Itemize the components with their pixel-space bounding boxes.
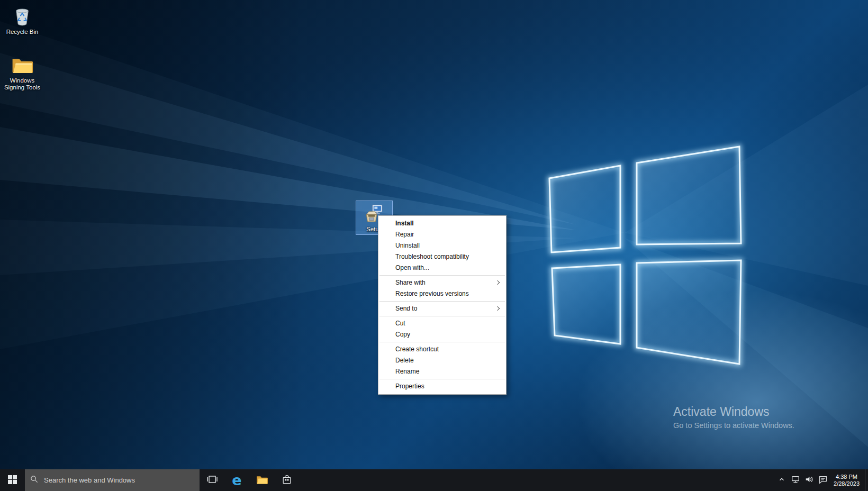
action-center-icon bbox=[818, 475, 828, 486]
menu-item-label: Restore previous versions bbox=[395, 290, 469, 297]
desktop[interactable]: Recycle Bin Windows Signing Tools bbox=[0, 0, 868, 469]
file-explorer-icon bbox=[256, 475, 268, 486]
taskbar-clock[interactable]: 4:38 PM 2/28/2023 bbox=[830, 474, 865, 487]
windows-logo-icon bbox=[8, 475, 17, 486]
menu-item-label: Share with bbox=[395, 279, 426, 286]
menu-item-troubleshoot-compatibility[interactable]: Troubleshoot compatibility bbox=[378, 251, 506, 262]
edge-icon: e bbox=[232, 473, 241, 487]
menu-item-delete[interactable]: Delete bbox=[378, 355, 506, 366]
start-button[interactable] bbox=[0, 469, 25, 491]
recycle-bin-icon bbox=[11, 5, 33, 28]
icon-label: Windows Signing Tools bbox=[3, 77, 42, 91]
chevron-right-icon bbox=[495, 280, 500, 285]
search-icon bbox=[30, 475, 38, 485]
file-explorer-button[interactable] bbox=[249, 469, 274, 491]
menu-item-label: Rename bbox=[395, 368, 419, 375]
menu-item-copy[interactable]: Copy bbox=[378, 329, 506, 340]
menu-item-label: Install bbox=[395, 220, 414, 227]
action-center-button[interactable] bbox=[816, 469, 830, 491]
menu-item-label: Open with... bbox=[395, 264, 429, 271]
context-menu: Install Repair Uninstall Troubleshoot co… bbox=[378, 215, 507, 395]
menu-item-label: Delete bbox=[395, 357, 414, 364]
volume-button[interactable] bbox=[802, 469, 816, 491]
menu-item-uninstall[interactable]: Uninstall bbox=[378, 240, 506, 251]
menu-item-send-to[interactable]: Send to bbox=[378, 303, 506, 314]
menu-separator bbox=[379, 379, 505, 379]
activate-windows-watermark: Activate Windows Go to Settings to activ… bbox=[673, 405, 794, 430]
menu-item-label: Repair bbox=[395, 231, 414, 238]
menu-item-label: Cut bbox=[395, 320, 405, 327]
edge-browser-button[interactable]: e bbox=[224, 469, 249, 491]
watermark-subtitle: Go to Settings to activate Windows. bbox=[673, 421, 794, 430]
menu-item-label: Copy bbox=[395, 331, 410, 338]
watermark-title: Activate Windows bbox=[673, 405, 794, 419]
menu-item-label: Create shortcut bbox=[395, 345, 439, 353]
menu-item-label: Properties bbox=[395, 383, 424, 390]
menu-separator bbox=[379, 275, 505, 276]
menu-item-label: Uninstall bbox=[395, 242, 420, 249]
menu-item-install[interactable]: Install bbox=[378, 218, 506, 229]
menu-item-properties[interactable]: Properties bbox=[378, 381, 506, 392]
icon-label: Recycle Bin bbox=[6, 29, 39, 35]
menu-item-open-with[interactable]: Open with... bbox=[378, 262, 506, 274]
speaker-icon bbox=[804, 475, 814, 486]
clock-date: 2/28/2023 bbox=[834, 480, 860, 487]
menu-item-label: Troubleshoot compatibility bbox=[395, 253, 469, 260]
menu-item-restore-previous-versions[interactable]: Restore previous versions bbox=[378, 288, 506, 299]
taskbar-search[interactable] bbox=[25, 469, 200, 491]
taskbar: e bbox=[0, 469, 868, 491]
task-view-button[interactable] bbox=[200, 469, 224, 491]
tray-overflow-button[interactable] bbox=[775, 469, 789, 491]
network-icon bbox=[791, 475, 800, 486]
menu-separator bbox=[379, 301, 505, 302]
desktop-icon-windows-signing-tools[interactable]: Windows Signing Tools bbox=[2, 52, 42, 93]
desktop-icon-recycle-bin[interactable]: Recycle Bin bbox=[2, 3, 42, 38]
menu-item-repair[interactable]: Repair bbox=[378, 229, 506, 240]
menu-separator bbox=[379, 316, 505, 316]
store-bag-icon bbox=[282, 474, 292, 487]
search-input[interactable] bbox=[43, 476, 194, 485]
menu-item-rename[interactable]: Rename bbox=[378, 366, 506, 377]
system-tray: 4:38 PM 2/28/2023 bbox=[775, 469, 868, 491]
task-view-icon bbox=[206, 475, 218, 486]
menu-item-label: Send to bbox=[395, 305, 417, 312]
menu-item-create-shortcut[interactable]: Create shortcut bbox=[378, 344, 506, 355]
clock-time: 4:38 PM bbox=[836, 474, 857, 480]
menu-separator bbox=[379, 342, 505, 342]
menu-item-cut[interactable]: Cut bbox=[378, 318, 506, 329]
show-desktop-button[interactable] bbox=[865, 469, 868, 491]
chevron-right-icon bbox=[495, 306, 500, 311]
chevron-up-icon bbox=[778, 476, 785, 484]
folder-icon bbox=[11, 54, 33, 76]
store-button[interactable] bbox=[274, 469, 299, 491]
network-button[interactable] bbox=[789, 469, 802, 491]
menu-item-share-with[interactable]: Share with bbox=[378, 277, 506, 288]
